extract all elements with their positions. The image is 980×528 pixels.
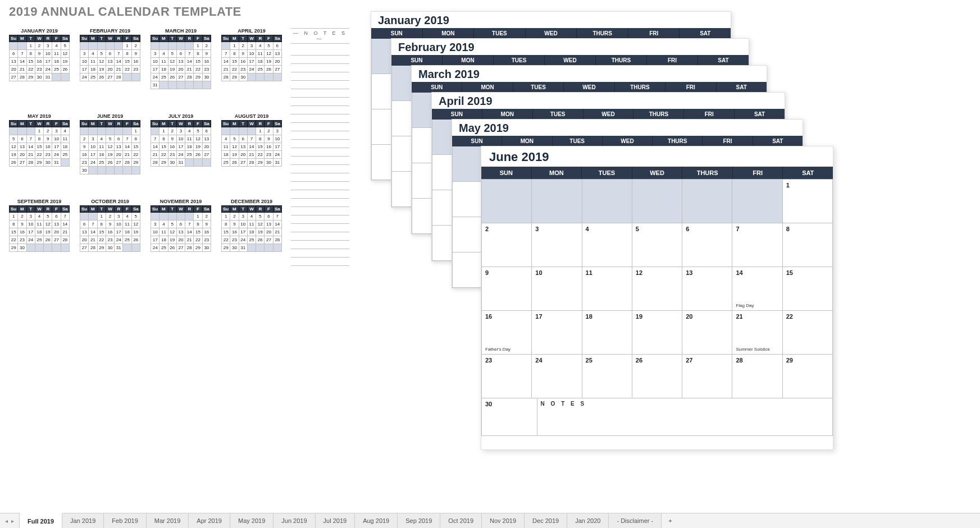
notes-line[interactable] <box>291 232 349 241</box>
mini-month-title: JUNE 2019 <box>80 113 140 120</box>
calendar-day-cell[interactable]: 2 <box>481 223 532 267</box>
mini-month-title: FEBRUARY 2019 <box>80 28 140 35</box>
calendar-day-cell[interactable]: 20 <box>682 311 732 355</box>
page-title: 2019 ANNUAL CALENDAR TEMPLATE <box>9 4 241 19</box>
calendar-day-cell[interactable] <box>481 180 532 223</box>
calendar-day-cell[interactable]: 10 <box>532 267 582 311</box>
sheet-tab[interactable]: Full 2019 <box>20 513 62 528</box>
sheet-tab[interactable]: Dec 2019 <box>525 513 567 528</box>
calendar-day-cell[interactable]: 27 <box>682 355 732 398</box>
notes-line[interactable] <box>291 114 349 123</box>
calendar-day-cell[interactable] <box>532 180 582 223</box>
calendar-day-cell[interactable]: 3 <box>532 223 582 267</box>
calendar-day-cell[interactable]: 18 <box>582 311 632 355</box>
notes-line[interactable] <box>291 123 349 131</box>
notes-line[interactable] <box>291 157 349 165</box>
dow-header-bar: SUNMONTUESWEDTHURSFRISAT <box>371 28 731 39</box>
sheet-tab[interactable]: - Disclaimer - <box>609 513 662 528</box>
notes-line[interactable] <box>291 56 349 64</box>
mini-month: SEPTEMBER 2019SuMTWRFSa12345678910111213… <box>9 199 70 266</box>
sheet-tab[interactable]: Nov 2019 <box>482 513 525 528</box>
calendar-day-cell[interactable]: 16Father's Day <box>481 311 532 355</box>
notes-line[interactable] <box>291 64 349 72</box>
notes-line[interactable] <box>291 182 349 190</box>
sheet-tab[interactable]: Jun 2019 <box>274 513 315 528</box>
notes-line[interactable] <box>291 215 349 224</box>
tab-prev-icon[interactable]: ◂ <box>3 518 10 524</box>
calendar-day-cell[interactable]: 11 <box>582 267 632 311</box>
calendar-day-cell[interactable]: 8 <box>783 223 833 267</box>
calendar-day-cell[interactable]: 23 <box>481 355 532 398</box>
calendar-day-cell[interactable]: 22 <box>783 311 833 355</box>
notes-line[interactable] <box>291 140 349 148</box>
add-sheet-button[interactable]: + <box>662 513 678 528</box>
mini-month-grid: JANUARY 2019SuMTWRFSa1234567891011121314… <box>9 28 282 266</box>
calendar-day-cell[interactable] <box>582 180 632 223</box>
calendar-day-cell[interactable] <box>632 180 682 223</box>
calendar-day-cell[interactable]: 28 <box>732 355 782 398</box>
mini-month: APRIL 2019SuMTWRFSa123456789101112131415… <box>221 28 282 103</box>
sheet-tab[interactable]: Feb 2019 <box>104 513 146 528</box>
calendar-day-cell[interactable]: 25 <box>582 355 632 398</box>
sheet-tab[interactable]: May 2019 <box>230 513 274 528</box>
calendar-day-cell[interactable]: 15 <box>783 267 833 311</box>
calendar-day-cell[interactable]: 5 <box>632 223 682 267</box>
calendar-day-cell[interactable]: 1 <box>783 180 833 223</box>
calendar-day-cell[interactable]: 29 <box>783 355 833 398</box>
notes-column: — N O T E S — <box>291 28 349 266</box>
sheet-tab[interactable]: Oct 2019 <box>440 513 482 528</box>
annual-overview: JANUARY 2019SuMTWRFSa1234567891011121314… <box>9 28 349 266</box>
calendar-day-cell[interactable]: 19 <box>632 311 682 355</box>
sheet-tab[interactable]: Jan 2020 <box>567 513 609 528</box>
calendar-day-cell[interactable]: 9 <box>481 267 532 311</box>
notes-line[interactable] <box>291 224 349 232</box>
sheet-tab[interactable]: Jul 2019 <box>316 513 355 528</box>
notes-line[interactable] <box>291 89 349 98</box>
mini-month-title: OCTOBER 2019 <box>80 199 140 205</box>
sheet-tab[interactable]: Apr 2019 <box>189 513 230 528</box>
calendar-day-cell[interactable]: 26 <box>632 355 682 398</box>
sheet-tab[interactable]: Mar 2019 <box>147 513 189 528</box>
notes-line[interactable] <box>291 241 349 249</box>
notes-line[interactable] <box>291 173 349 182</box>
calendar-day-cell[interactable]: 12 <box>632 267 682 311</box>
mini-month: AUGUST 2019SuMTWRFSa12345678910111213141… <box>221 113 282 189</box>
sheet-tab[interactable]: Sep 2019 <box>398 513 440 528</box>
calendar-day-cell[interactable]: 30 <box>481 398 537 435</box>
calendar-day-cell[interactable] <box>682 180 732 223</box>
calendar-day-cell[interactable]: 14Flag Day <box>732 267 782 311</box>
notes-line[interactable] <box>291 81 349 89</box>
notes-line[interactable] <box>291 199 349 207</box>
calendar-day-cell[interactable]: 17 <box>532 311 582 355</box>
calendar-day-cell[interactable] <box>732 180 782 223</box>
mini-month-title: APRIL 2019 <box>221 28 282 35</box>
notes-line[interactable] <box>291 249 349 258</box>
notes-line[interactable] <box>291 258 349 266</box>
sheet-tabs: Full 2019Jan 2019Feb 2019Mar 2019Apr 201… <box>20 513 662 528</box>
calendar-day-cell[interactable]: 21Summer Solstice <box>732 311 782 355</box>
mini-month-title: MAY 2019 <box>9 113 70 120</box>
notes-line[interactable] <box>291 98 349 106</box>
calendar-event-label: Summer Solstice <box>736 347 769 352</box>
mini-month: DECEMBER 2019SuMTWRFSa123456789101112131… <box>221 199 282 266</box>
calendar-day-cell[interactable]: 7 <box>732 223 782 267</box>
calendar-day-cell[interactable]: 24 <box>532 355 582 398</box>
mini-month: JULY 2019SuMTWRFSa1234567891011121314151… <box>151 113 211 189</box>
calendar-day-cell[interactable]: 6 <box>682 223 732 267</box>
notes-line[interactable] <box>291 47 349 56</box>
tab-next-icon[interactable]: ▸ <box>10 518 16 524</box>
notes-line[interactable] <box>291 148 349 157</box>
calendar-day-cell[interactable]: 13 <box>682 267 732 311</box>
calendar-event-label: Flag Day <box>736 303 754 308</box>
notes-line[interactable] <box>291 106 349 114</box>
notes-line[interactable] <box>291 131 349 140</box>
sheet-tab[interactable]: Aug 2019 <box>355 513 398 528</box>
mini-month: MAY 2019SuMTWRFSa12345678910111213141516… <box>9 113 70 189</box>
notes-line[interactable] <box>291 165 349 173</box>
sheet-tab[interactable]: Jan 2019 <box>62 513 104 528</box>
notes-line[interactable] <box>291 72 349 81</box>
notes-line[interactable] <box>291 190 349 199</box>
calendar-day-cell[interactable]: 4 <box>582 223 632 267</box>
month-notes-area[interactable]: N O T E S <box>537 398 833 435</box>
notes-line[interactable] <box>291 207 349 215</box>
